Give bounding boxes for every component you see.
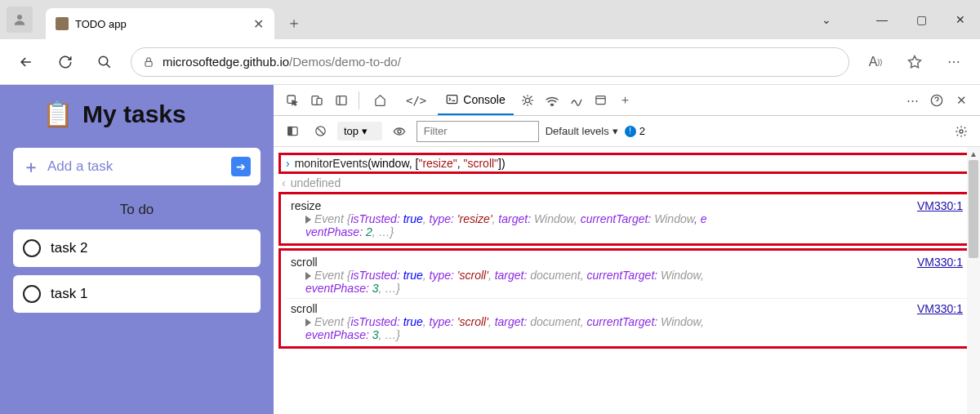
content-area: 📋 My tasks ＋ Add a task ➔ To do task 2 t… [0,85,980,414]
window-controls: ⌄ — ▢ ✕ [807,3,980,36]
svg-rect-6 [336,96,346,105]
event-detail: Event {isTrusted: true, type: 'scroll', … [291,269,963,295]
console-output[interactable]: › monitorEvents(window, ["resize", "scro… [274,147,980,414]
app-title: My tasks [82,100,186,128]
read-aloud-button[interactable]: A)) [862,49,889,75]
source-link[interactable]: VM330:1 [917,199,963,212]
address-bar: microsoftedge.github.io/Demos/demo-to-do… [0,39,980,85]
tab-title: TODO app [75,18,245,30]
filter-input[interactable] [416,121,539,142]
console-tab-label: Console [463,93,505,106]
device-toggle-icon[interactable] [306,90,327,111]
event-name: scroll [291,256,318,269]
window-titlebar: TODO app ✕ ＋ ⌄ — ▢ ✕ [0,0,980,39]
minimize-button[interactable]: — [862,3,902,36]
todo-app: 📋 My tasks ＋ Add a task ➔ To do task 2 t… [0,85,274,414]
new-tab-button[interactable]: ＋ [281,10,307,36]
back-button[interactable] [13,49,39,75]
more-tabs-button[interactable]: ＋ [615,90,636,111]
close-window-button[interactable]: ✕ [941,3,980,36]
url-host: microsoftedge.github.io [163,55,289,69]
close-devtools-button[interactable]: ✕ [951,90,972,111]
svg-point-0 [17,15,22,20]
console-toolbar: top ▾ Default levels ▾ ! 2 [274,116,980,147]
task-item[interactable]: task 2 [13,229,261,267]
live-expression-button[interactable] [389,121,410,142]
performance-tab-icon[interactable] [566,90,587,111]
console-log-entry[interactable]: VM330:1 scroll Event {isTrusted: true, t… [286,298,968,345]
welcome-tab[interactable] [366,86,394,115]
sidebar-toggle-icon[interactable] [282,121,303,142]
console-input-line: › monitorEvents(window, ["resize", "scro… [286,157,968,170]
expand-triangle-icon[interactable] [305,216,311,224]
devtools-toolbar: </> Console ＋ ⋯ ✕ [274,85,980,116]
devtools-panel: </> Console ＋ ⋯ ✕ top ▾ Default levels ▾… [274,85,980,414]
task-text: task 2 [51,240,87,256]
maximize-button[interactable]: ▢ [902,3,941,36]
tab-favicon [56,17,69,30]
svg-point-9 [551,105,553,106]
help-button[interactable] [926,90,947,111]
issue-count: 2 [639,125,645,137]
svg-rect-5 [317,98,322,105]
context-selector[interactable]: top ▾ [337,122,382,140]
event-detail: Event {isTrusted: true, type: 'scroll', … [291,315,963,341]
console-log-entry[interactable]: VM330:1 scroll Event {isTrusted: true, t… [286,252,968,298]
url-path: /Demos/demo-to-do/ [289,55,401,69]
scrollbar-thumb[interactable] [969,160,978,258]
console-tab[interactable]: Console [438,86,513,115]
svg-rect-10 [596,96,605,105]
add-task-input[interactable]: ＋ Add a task ➔ [13,148,261,185]
console-log-entry[interactable]: VM330:1 resize Event {isTrusted: true, t… [286,196,968,242]
submit-task-button[interactable]: ➔ [231,157,251,176]
browser-tab[interactable]: TODO app ✕ [46,8,274,39]
inspect-icon[interactable] [282,90,303,111]
svg-point-15 [398,130,401,133]
more-tools-button[interactable]: ⋯ [902,90,923,111]
refresh-button[interactable] [52,49,78,75]
favorites-button[interactable] [902,49,928,75]
task-checkbox[interactable] [23,285,41,303]
sources-tab-icon[interactable] [517,90,538,111]
console-command-highlight: › monitorEvents(window, ["resize", "scro… [278,153,975,174]
search-button[interactable] [91,49,118,75]
chevron-down-icon[interactable]: ⌄ [807,3,846,36]
event-detail: Event {isTrusted: true, type: 'resize', … [291,212,963,238]
lock-icon [143,56,154,68]
app-header: 📋 My tasks [13,100,261,128]
task-item[interactable]: task 1 [13,275,261,313]
profile-button[interactable] [7,7,33,33]
plus-icon: ＋ [23,156,39,178]
scroll-up-icon[interactable]: ▲ [967,147,980,160]
expand-triangle-icon[interactable] [305,272,311,280]
svg-point-1 [99,56,108,65]
tab-close-button[interactable]: ✕ [252,17,265,30]
console-event-highlight: VM330:1 scroll Event {isTrusted: true, t… [278,248,975,349]
svg-point-8 [525,98,529,102]
expand-triangle-icon[interactable] [305,318,311,327]
elements-tab[interactable]: </> [398,86,434,115]
issues-badge[interactable]: ! 2 [625,125,645,137]
task-text: task 1 [51,286,87,302]
log-levels-selector[interactable]: Default levels ▾ [546,125,618,137]
issue-dot-icon: ! [625,126,636,137]
application-tab-icon[interactable] [590,90,612,111]
svg-rect-2 [145,61,152,66]
url-input[interactable]: microsoftedge.github.io/Demos/demo-to-do… [131,47,849,77]
source-link[interactable]: VM330:1 [917,256,963,269]
panel-icon[interactable] [331,90,352,111]
network-tab-icon[interactable] [541,90,563,111]
clipboard-icon: 📋 [42,100,73,128]
svg-rect-13 [287,127,291,136]
section-label: To do [13,202,261,218]
console-settings-button[interactable] [951,121,972,142]
event-name: resize [291,199,321,212]
console-return-line: › undefined [278,176,975,189]
clear-console-button[interactable] [310,121,331,142]
console-event-highlight: VM330:1 resize Event {isTrusted: true, t… [278,192,975,246]
source-link[interactable]: VM330:1 [917,302,963,315]
scrollbar[interactable]: ▲ [967,147,980,414]
task-checkbox[interactable] [23,239,41,257]
return-caret-icon: › [282,176,286,189]
more-menu-button[interactable]: ⋯ [941,49,967,75]
